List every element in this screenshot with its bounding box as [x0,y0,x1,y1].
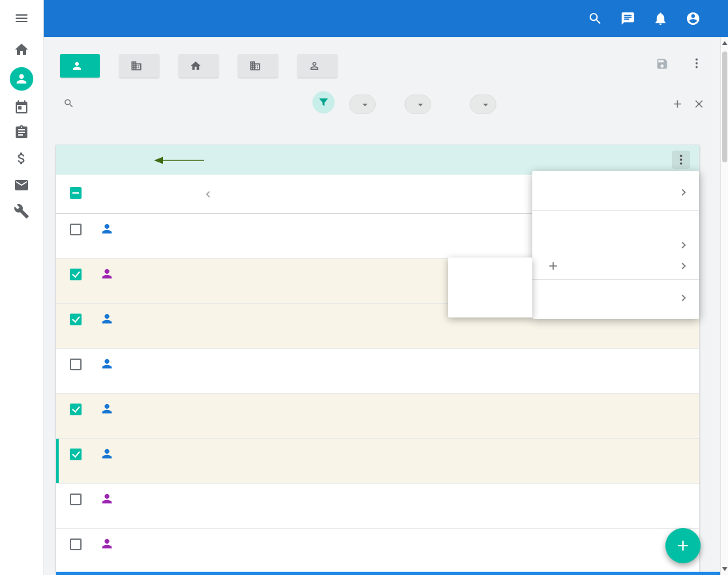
contact-category [519,484,584,528]
chevron-down-icon [479,98,492,111]
mail-icon[interactable] [14,177,29,193]
contact-email[interactable] [222,259,362,303]
left-sidebar [0,0,44,575]
person-outline-icon [309,60,320,72]
horizontal-scrollbar[interactable] [56,572,720,575]
notifications-bell-icon[interactable] [653,11,668,26]
collapse-column-chevron-icon[interactable] [202,188,215,201]
chat-icon[interactable] [620,11,635,26]
multiselect-dropdown-menu [532,171,699,319]
row-checkbox[interactable] [70,314,82,325]
row-checkbox[interactable] [70,538,82,550]
contact-date [584,484,646,528]
add-filter-plus-icon[interactable] [671,98,684,110]
building-icon [249,60,261,72]
search-input[interactable] [80,95,305,113]
table-row[interactable] [56,349,699,394]
contact-company [440,439,519,483]
menu-item-update-2[interactable] [532,283,699,313]
save-icon[interactable] [656,57,669,70]
filter-chip-country[interactable] [404,95,431,114]
annotation-arrow [153,155,205,166]
menu-item-list[interactable] [532,235,699,256]
chevron-down-icon [359,98,371,111]
row-checkbox[interactable] [70,224,82,235]
contact-name-link[interactable] [121,304,194,348]
filter-chip-status[interactable] [470,95,496,114]
funnel-icon [318,96,329,108]
filter-chip-city[interactable] [349,95,376,114]
filter-button[interactable] [312,91,335,113]
vertical-scroll-thumb[interactable] [722,52,727,162]
table-row[interactable] [56,484,699,529]
add-to-submenu [448,258,532,317]
contact-category [519,394,584,438]
billing-dollar-icon[interactable] [14,151,29,166]
contact-phone [362,304,440,348]
contact-name-link[interactable] [121,214,194,258]
tab-funds[interactable] [238,54,278,78]
contact-email[interactable] [222,349,362,393]
contact-name-link[interactable] [121,529,194,573]
contact-email[interactable] [222,394,362,438]
row-checkbox[interactable] [70,404,82,415]
current-row-indicator [56,439,59,483]
hamburger-menu-icon[interactable] [14,10,29,26]
row-checkbox[interactable] [70,359,82,370]
contact-date [584,349,646,393]
contact-name-link[interactable] [121,394,194,438]
vertical-scrollbar[interactable] [720,37,728,575]
contact-name-link[interactable] [121,484,194,528]
contact-company [440,484,519,528]
contact-email[interactable] [222,214,362,258]
contact-date [584,529,646,573]
add-contact-fab[interactable] [665,528,701,563]
scroll-down-arrow-icon[interactable] [722,567,727,571]
table-row[interactable] [56,529,699,574]
search-icon[interactable] [588,11,603,26]
tasks-clipboard-icon[interactable] [14,125,29,140]
more-options-kebab-icon[interactable] [690,57,703,70]
app-topbar [44,0,728,37]
contact-email[interactable] [222,484,362,528]
contact-phone [362,439,440,483]
row-checkbox[interactable] [70,494,82,505]
contact-name-link[interactable] [121,259,194,303]
person-icon [14,72,29,86]
tab-contacts[interactable] [60,54,100,78]
contact-company [440,529,519,573]
menu-item-add-to[interactable] [532,256,699,276]
select-all-checkbox[interactable] [70,187,82,199]
contact-email[interactable] [222,439,362,483]
tools-wrench-icon[interactable] [14,203,29,219]
clear-filters-close-icon[interactable] [693,98,705,110]
contact-email[interactable] [222,529,362,573]
contact-phone [362,259,440,303]
table-row-current[interactable] [56,439,699,484]
calendar-icon[interactable] [14,100,29,115]
scroll-up-arrow-icon[interactable] [722,41,727,45]
contact-phone [362,394,440,438]
home-icon[interactable] [14,42,29,57]
sidebar-item-contacts-active[interactable] [10,67,33,91]
menu-item-update[interactable] [532,177,699,207]
submenu-item-call-list[interactable] [448,263,532,288]
contact-name-link[interactable] [121,349,194,393]
multiselect-kebab-button[interactable] [672,151,690,169]
row-checkbox[interactable] [70,269,82,280]
contact-email[interactable] [222,304,362,348]
tab-companies[interactable] [119,54,159,78]
contact-name-link[interactable] [121,439,194,483]
chevron-down-icon [414,98,427,111]
main-content [44,37,720,575]
table-row[interactable] [56,394,699,439]
multiselect-actions [611,151,690,169]
account-icon[interactable] [686,11,701,26]
person-avatar-icon [100,357,114,371]
tab-users[interactable] [297,54,337,78]
tab-households[interactable] [179,54,219,78]
row-checkbox[interactable] [70,449,82,460]
person-avatar-icon [100,267,114,281]
contact-phone [362,529,440,573]
submenu-item-campaign[interactable] [448,288,532,312]
